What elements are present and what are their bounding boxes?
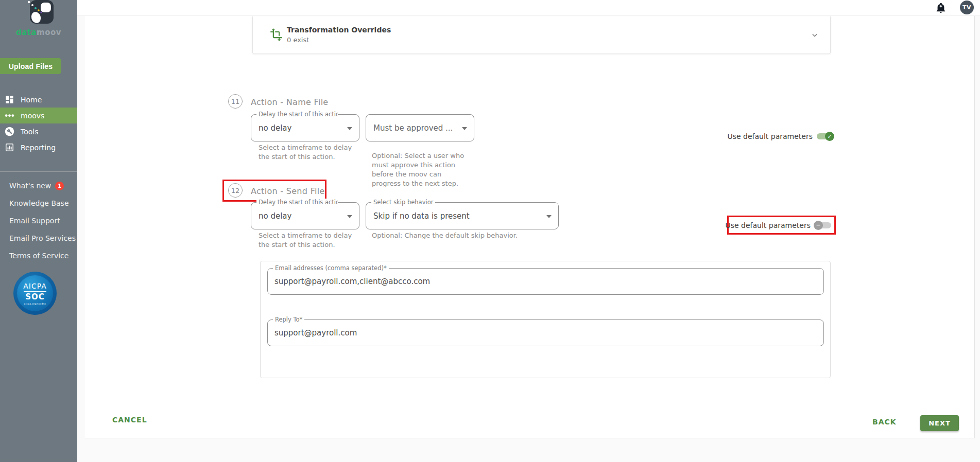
link-whats-new[interactable]: What's new 1 [9,181,76,191]
brand-logo[interactable]: datamoov [0,0,77,37]
dropdown-arrow-icon [347,215,352,218]
link-email-support[interactable]: Email Support [9,216,76,226]
link-label: Email Pro Services [9,234,76,242]
wrench-icon [5,127,14,136]
sidebar-item-label: moovs [21,112,44,120]
link-label: Knowledge Base [9,199,69,207]
next-button[interactable]: NEXT [920,415,959,431]
whats-new-count-badge: 1 [55,182,64,190]
sidebar-item-label: Tools [21,128,39,136]
soc-badge-rule [24,291,46,292]
transformation-overrides-card[interactable]: Transformation Overrides 0 exist [252,16,831,54]
soc-badge-line1: AICPA [23,282,47,290]
transformation-title: Transformation Overrides [287,26,391,34]
email-addresses-field: Email addresses (comma separated)* [267,268,824,295]
use-default-parameters-row-step11: Use default parameters ✓ [728,129,834,144]
delay-select-step12[interactable]: Delay the start of this action no delay [251,202,359,229]
dashboard-icon [5,95,14,104]
link-terms-of-service[interactable]: Terms of Service [9,251,76,261]
delay-helper-step12: Select a timeframe to delay the start of… [259,231,352,250]
sidebar-nav: Home moovs Tools Reporting [0,92,77,155]
back-button[interactable]: BACK [872,418,897,426]
link-knowledge-base[interactable]: Knowledge Base [9,198,76,208]
dropdown-arrow-icon [546,215,552,218]
link-label: Terms of Service [9,252,68,260]
delay-select-value: no delay [259,123,291,133]
cancel-button[interactable]: CANCEL [112,416,147,424]
upload-files-button[interactable]: Upload Files [0,58,61,74]
sidebar-links: What's new 1 Knowledge Base Email Suppor… [9,181,76,268]
dots-icon [5,111,14,120]
step-12-number: 12 [228,183,243,198]
brand-word-right: moov [37,28,61,37]
notification-add-bell-icon[interactable] [935,2,947,13]
delay-select-label: Delay the start of this action [256,111,338,118]
transformation-subtitle: 0 exist [287,36,309,44]
use-default-parameters-toggle-off[interactable]: − [814,220,832,230]
step-11-number: 11 [228,94,243,109]
bar-chart-icon [5,143,14,152]
delay-helper-step11: Select a timeframe to delay the start of… [259,143,352,162]
sidebar-item-label: Reporting [21,144,56,152]
dropdown-arrow-icon [462,127,467,130]
topbar: TV [77,0,980,15]
toggle-label: Use default parameters [727,132,813,140]
approval-helper-step11: Optional: Select a user who must approve… [372,151,464,188]
reply-to-input[interactable] [274,320,817,346]
step-11-title: Action - Name File [251,97,329,107]
delay-select-value: no delay [259,211,291,221]
highlight-box-use-default-parameters: Use default parameters − [727,216,836,235]
brand-word-left: data [16,28,37,37]
link-label: Email Support [9,217,60,225]
sidebar-item-home[interactable]: Home [0,92,77,108]
soc-badge-line2: SOC [25,292,45,301]
dropdown-arrow-icon [347,127,352,130]
brand-wordmark: datamoov [0,28,77,37]
sidebar-item-reporting[interactable]: Reporting [0,139,77,155]
aicpa-soc-badge: AICPA SOC aicpa.org/soc4so [13,272,57,315]
delay-select-label: Delay the start of this action [256,199,338,206]
step-12-title: Action - Send File [251,186,325,196]
sidebar: datamoov Upload Files Home moovs Tools R… [0,0,77,462]
link-email-pro-services[interactable]: Email Pro Services [9,233,76,243]
minus-icon: − [814,221,823,230]
link-label: What's new [9,182,51,190]
use-default-parameters-toggle-on[interactable]: ✓ [816,131,834,141]
skip-behavior-value: Skip if no data is present [373,211,470,221]
check-icon: ✓ [825,132,834,141]
reply-to-field: Reply To* [267,319,824,346]
brand-logo-icon [24,0,54,27]
delay-select-step11[interactable]: Delay the start of this action no delay [251,114,359,141]
skip-behavior-select[interactable]: Select skip behavior Skip if no data is … [366,202,559,229]
approval-select-step11[interactable]: Must be approved ... [366,114,474,141]
skip-helper-step12: Optional: Change the default skip behavi… [372,231,518,240]
approval-select-value: Must be approved ... [373,123,453,133]
chevron-down-icon[interactable] [810,30,820,42]
user-avatar[interactable]: TV [960,1,974,14]
soc-badge-line3: aicpa.org/soc4so [24,303,46,305]
toggle-label: Use default parameters [725,221,811,229]
sidebar-item-moovs[interactable]: moovs [0,108,77,123]
sidebar-item-label: Home [21,96,42,104]
email-addresses-input[interactable] [274,269,817,294]
skip-behavior-label: Select skip behavior [371,199,435,206]
sidebar-divider [0,171,77,172]
transform-icon [269,28,283,44]
sidebar-item-tools[interactable]: Tools [0,123,77,139]
app-root: TV datamoov Upload Files [0,0,980,462]
